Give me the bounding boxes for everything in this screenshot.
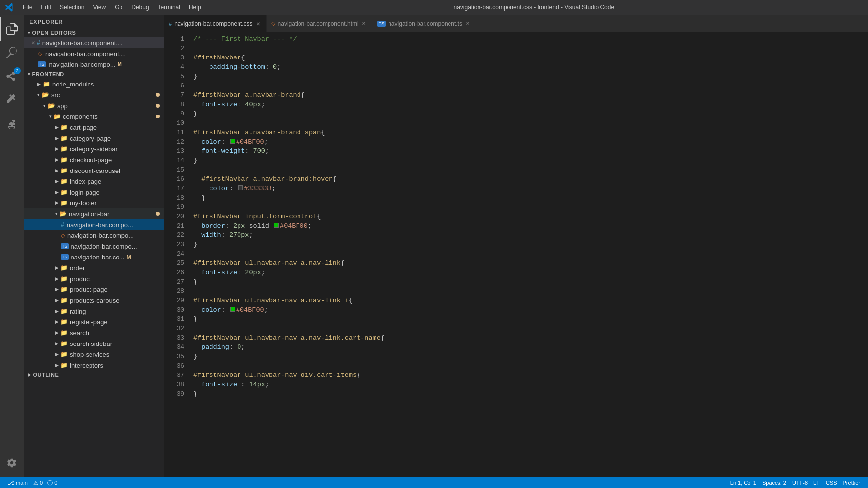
menu-terminal[interactable]: Terminal (154, 3, 184, 12)
code-line[interactable]: #firstNavbar input.form-control{ (193, 212, 868, 221)
code-line[interactable]: } (193, 109, 868, 118)
folder-src[interactable]: ▾ 📂 src (24, 89, 164, 100)
folder-my-footer[interactable]: ▶ 📁 my-footer (24, 198, 164, 208)
folder-search-sidebar[interactable]: ▶ 📁 search-sidebar (24, 338, 164, 349)
folder-product-page[interactable]: ▶ 📁 product-page (24, 284, 164, 295)
code-line[interactable] (193, 81, 868, 90)
status-spaces[interactable]: Spaces: 2 (759, 477, 789, 488)
folder-shop-services[interactable]: ▶ 📁 shop-services (24, 349, 164, 360)
code-line[interactable]: } (193, 193, 868, 202)
code-line[interactable]: } (193, 315, 868, 324)
folder-category-sidebar[interactable]: ▶ 📁 category-sidebar (24, 144, 164, 154)
menu-view[interactable]: View (89, 3, 110, 12)
activity-explorer[interactable] (0, 17, 24, 41)
folder-app[interactable]: ▾ 📂 app (24, 100, 164, 111)
folder-register-page[interactable]: ▶ 📁 register-page (24, 316, 164, 327)
tab-css-close[interactable]: ✕ (255, 21, 261, 27)
activity-debug[interactable] (0, 112, 24, 135)
status-errors[interactable]: ⚠ 0 ⓘ 0 (30, 477, 60, 488)
menu-edit[interactable]: Edit (37, 3, 55, 12)
code-line[interactable]: #firstNavbar a.navbar-brand:hover{ (193, 174, 868, 184)
code-line[interactable]: } (193, 156, 868, 165)
file-navbar-html[interactable]: ◇ navigation-bar.compo... (24, 230, 164, 241)
code-line[interactable] (193, 202, 868, 212)
folder-search[interactable]: ▶ 📁 search (24, 327, 164, 338)
activity-extensions[interactable] (0, 88, 24, 112)
code-line[interactable]: color: #04BF00; (193, 137, 868, 146)
folder-login-page[interactable]: ▶ 📁 login-page (24, 187, 164, 198)
code-line[interactable]: #firstNavbar{ (193, 53, 868, 62)
folder-category-page[interactable]: ▶ 📁 category-page (24, 133, 164, 144)
code-line[interactable]: font-size: 40px; (193, 100, 868, 109)
folder-products-carousel[interactable]: ▶ 📁 products-carousel (24, 295, 164, 306)
file-navbar-ts[interactable]: TS navigation-bar.compo... (24, 241, 164, 252)
code-line[interactable] (193, 165, 868, 174)
menu-file[interactable]: File (19, 3, 36, 12)
folder-discount-carousel[interactable]: ▶ 📁 discount-carousel (24, 165, 164, 176)
code-line[interactable]: #firstNavbar ul.navbar-nav div.cart-item… (193, 371, 868, 380)
status-eol[interactable]: LF (810, 477, 823, 488)
menu-selection[interactable]: Selection (56, 3, 88, 12)
code-line[interactable] (193, 287, 868, 296)
activity-search[interactable] (0, 41, 24, 64)
code-line[interactable] (193, 44, 868, 53)
code-line[interactable]: width: 270px; (193, 230, 868, 240)
status-encoding[interactable]: UTF-8 (789, 477, 810, 488)
code-line[interactable]: #firstNavbar a.navbar-brand{ (193, 90, 868, 100)
code-line[interactable]: } (193, 352, 868, 361)
code-line[interactable]: padding-bottom: 0; (193, 62, 868, 72)
code-line[interactable] (193, 361, 868, 371)
folder-cart-page[interactable]: ▶ 📁 cart-page (24, 122, 164, 133)
code-line[interactable]: font-size: 20px; (193, 268, 868, 277)
folder-node-modules[interactable]: ▶ 📁 node_modules (24, 79, 164, 89)
code-line[interactable]: /* --- First Navbar --- */ (193, 34, 868, 44)
code-line[interactable]: } (193, 240, 868, 249)
code-line[interactable]: color: #333333; (193, 184, 868, 193)
code-editor[interactable]: 1234567891011121314151617181920212223242… (164, 32, 868, 477)
folder-components[interactable]: ▾ 📂 components (24, 111, 164, 122)
folder-navigation-bar[interactable]: ▾ 📂 navigation-bar (24, 208, 164, 219)
tab-ts-close[interactable]: ✕ (465, 20, 471, 27)
activity-source-control[interactable]: 2 (0, 64, 24, 88)
code-line[interactable]: } (193, 72, 868, 81)
open-editor-css[interactable]: ✕ # navigation-bar.component.... (24, 37, 164, 48)
menu-go[interactable]: Go (111, 3, 126, 12)
folder-interceptors[interactable]: ▶ 📁 interceptors (24, 360, 164, 371)
code-line[interactable]: font-weight: 700; (193, 146, 868, 156)
tab-html-close[interactable]: ✕ (361, 20, 367, 27)
menu-debug[interactable]: Debug (127, 3, 152, 12)
status-branch[interactable]: ⎇ main (5, 477, 30, 488)
tab-ts[interactable]: TS navigation-bar.component.ts ✕ (372, 15, 476, 32)
file-navbar-css[interactable]: # navigation-bar.compo... (24, 219, 164, 230)
code-line[interactable]: color: #04BF00; (193, 305, 868, 315)
open-editor-ts[interactable]: TS navigation-bar.compo... M (24, 59, 164, 70)
outline-header[interactable]: ▶ OUTLINE (24, 371, 164, 379)
file-navbar-ts2[interactable]: TS navigation-bar.co... M (24, 252, 164, 262)
tab-html[interactable]: ◇ navigation-bar.component.html ✕ (267, 15, 372, 32)
close-editor-css-button[interactable]: ✕ (31, 40, 35, 46)
code-line[interactable]: #firstNavbar a.navbar-brand span{ (193, 128, 868, 137)
folder-checkout-page[interactable]: ▶ 📁 checkout-page (24, 154, 164, 165)
code-content[interactable]: /* --- First Navbar --- */ #firstNavbar{… (188, 32, 868, 477)
code-line[interactable]: padding: 0; (193, 343, 868, 352)
code-line[interactable]: border: 2px solid #04BF00; (193, 221, 868, 230)
code-line[interactable]: #firstNavbar ul.navbar-nav a.nav-link{ (193, 258, 868, 268)
folder-product[interactable]: ▶ 📁 product (24, 273, 164, 284)
frontend-header[interactable]: ▾ FRONTEND (24, 70, 164, 79)
menu-help[interactable]: Help (185, 3, 205, 12)
status-position[interactable]: Ln 1, Col 1 (727, 477, 759, 488)
code-line[interactable] (193, 249, 868, 258)
folder-rating[interactable]: ▶ 📁 rating (24, 306, 164, 316)
open-editor-html[interactable]: ◇ navigation-bar.component.... (24, 48, 164, 59)
code-line[interactable] (193, 118, 868, 128)
folder-order[interactable]: ▶ 📁 order (24, 262, 164, 273)
activity-settings[interactable] (0, 451, 24, 475)
code-line[interactable]: font-size : 14px; (193, 380, 868, 389)
code-line[interactable] (193, 324, 868, 333)
code-line[interactable]: } (193, 277, 868, 287)
folder-index-page[interactable]: ▶ 📁 index-page (24, 176, 164, 187)
status-formatter[interactable]: Prettier (840, 477, 863, 488)
code-line[interactable]: } (193, 389, 868, 399)
status-language[interactable]: CSS (823, 477, 840, 488)
code-line[interactable]: #firstNavbar ul.navbar-nav a.nav-link i{ (193, 296, 868, 305)
